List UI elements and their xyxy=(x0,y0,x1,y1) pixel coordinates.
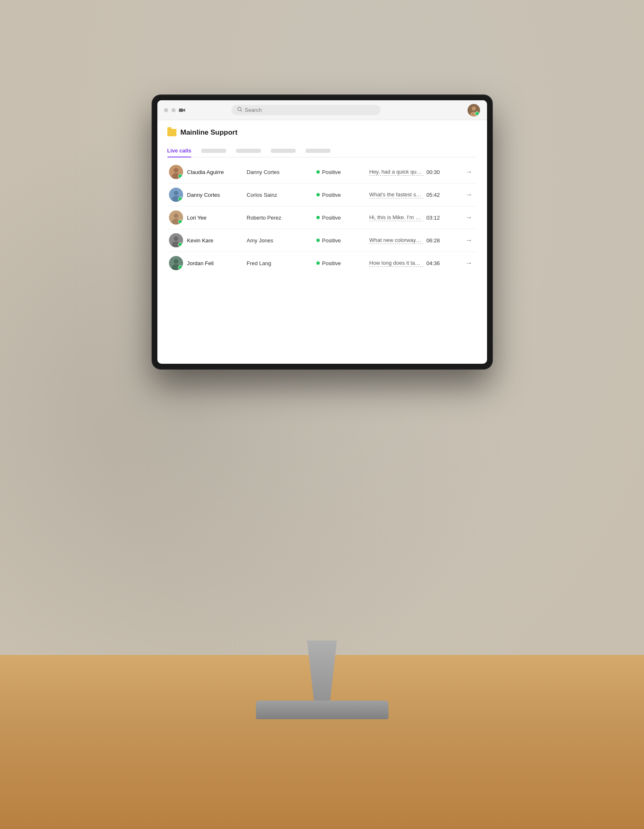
tab-placeholder-2 xyxy=(201,149,226,153)
tab-3[interactable] xyxy=(236,145,261,156)
arrow-btn-5[interactable]: → xyxy=(463,259,475,267)
video-icon-btn[interactable] xyxy=(179,108,186,113)
caller-name-5: Jordan Fell xyxy=(187,260,214,266)
sentiment-4: Positive xyxy=(316,237,366,244)
call-duration-4: 06:28 xyxy=(427,237,460,244)
window-control-2 xyxy=(171,108,176,112)
user-avatar-top[interactable] xyxy=(468,104,480,116)
monitor-stand-base xyxy=(256,701,388,719)
tab-live-calls[interactable]: Live calls xyxy=(167,144,192,157)
svg-point-7 xyxy=(174,168,178,173)
svg-point-4 xyxy=(472,106,476,111)
monitor-screen: Mainline Support Live calls xyxy=(157,100,487,364)
call-preview-1: Hey, had a quick question about... xyxy=(369,169,423,176)
call-preview-4: What new colorways are available? xyxy=(369,237,423,244)
sentiment-dot-2 xyxy=(316,193,320,196)
svg-point-13 xyxy=(174,214,178,218)
caller-name-2: Danny Cortes xyxy=(187,192,220,198)
table-row: Lori Yee Roberto Perez Positive Hi, this… xyxy=(167,206,477,229)
caller-info-2: Danny Cortes xyxy=(169,188,244,202)
tab-placeholder-4 xyxy=(271,149,296,153)
call-preview-3: Hi, this is Mike. I'm calling to ask... xyxy=(369,214,423,221)
table-row: Jordan Fell Fred Lang Positive How long … xyxy=(167,252,477,274)
sentiment-dot-1 xyxy=(316,170,320,174)
page-header: Mainline Support xyxy=(167,128,477,137)
sentiment-2: Positive xyxy=(316,192,366,198)
folder-icon xyxy=(167,129,176,136)
monitor: Mainline Support Live calls xyxy=(152,95,492,369)
caller-info-3: Lori Yee xyxy=(169,210,244,225)
agent-name-1: Danny Cortes xyxy=(247,169,313,175)
sentiment-1: Positive xyxy=(316,169,366,175)
agent-name-2: Corlos Sainz xyxy=(247,192,313,198)
caller-name-3: Lori Yee xyxy=(187,215,207,221)
tab-5[interactable] xyxy=(306,145,330,156)
top-bar-right xyxy=(468,104,480,116)
call-preview-2: What's the fastest shipping you... xyxy=(369,191,423,198)
tab-4[interactable] xyxy=(271,145,296,156)
calls-table: Claudia Aguirre Danny Cortes Positive He… xyxy=(167,161,477,274)
arrow-btn-4[interactable]: → xyxy=(463,237,475,244)
agent-name-3: Roberto Perez xyxy=(247,215,313,221)
sentiment-dot-3 xyxy=(316,216,320,219)
sentiment-dot-4 xyxy=(316,239,320,242)
avatar-claudia xyxy=(169,165,183,179)
tab-2[interactable] xyxy=(201,145,226,156)
table-row: Claudia Aguirre Danny Cortes Positive He… xyxy=(167,161,477,184)
search-input[interactable] xyxy=(245,107,375,113)
svg-line-2 xyxy=(241,110,242,111)
call-duration-3: 03:12 xyxy=(427,215,460,221)
avatar-lori xyxy=(169,210,183,225)
avatar-danny xyxy=(169,188,183,202)
sentiment-5: Positive xyxy=(316,260,366,266)
call-duration-2: 05:42 xyxy=(427,192,460,198)
caller-name-4: Kevin Kare xyxy=(187,237,214,244)
agent-name-5: Fred Lang xyxy=(247,260,313,266)
tab-placeholder-3 xyxy=(236,149,261,153)
window-controls xyxy=(164,108,186,113)
tabs-row: Live calls xyxy=(167,144,477,157)
arrow-btn-1[interactable]: → xyxy=(463,168,475,176)
tab-placeholder-5 xyxy=(306,149,330,153)
arrow-btn-2[interactable]: → xyxy=(463,191,475,198)
call-preview-5: How long does it take to get a... xyxy=(369,260,423,267)
table-row: Danny Cortes Corlos Sainz Positive What'… xyxy=(167,184,477,206)
search-bar[interactable] xyxy=(232,105,381,115)
sentiment-dot-5 xyxy=(316,261,320,265)
caller-info-4: Kevin Kare xyxy=(169,233,244,247)
avatar-kevin xyxy=(169,233,183,247)
top-bar xyxy=(157,100,487,120)
svg-rect-0 xyxy=(179,109,183,112)
call-duration-1: 00:30 xyxy=(427,169,460,175)
agent-name-4: Amy Jones xyxy=(247,237,313,244)
caller-info-5: Jordan Fell xyxy=(169,256,244,270)
avatar-jordan xyxy=(169,256,183,270)
svg-point-16 xyxy=(174,237,178,241)
arrow-btn-3[interactable]: → xyxy=(463,214,475,221)
svg-point-19 xyxy=(174,259,178,264)
table-row: Kevin Kare Amy Jones Positive What new c… xyxy=(167,229,477,252)
search-icon xyxy=(237,107,242,113)
svg-point-10 xyxy=(174,191,178,196)
main-content: Mainline Support Live calls xyxy=(157,120,487,364)
caller-info-1: Claudia Aguirre xyxy=(169,165,244,179)
sentiment-3: Positive xyxy=(316,215,366,221)
caller-name-1: Claudia Aguirre xyxy=(187,169,224,175)
window-control-1 xyxy=(164,108,168,112)
page-title: Mainline Support xyxy=(181,128,238,137)
call-duration-5: 04:36 xyxy=(427,260,460,266)
